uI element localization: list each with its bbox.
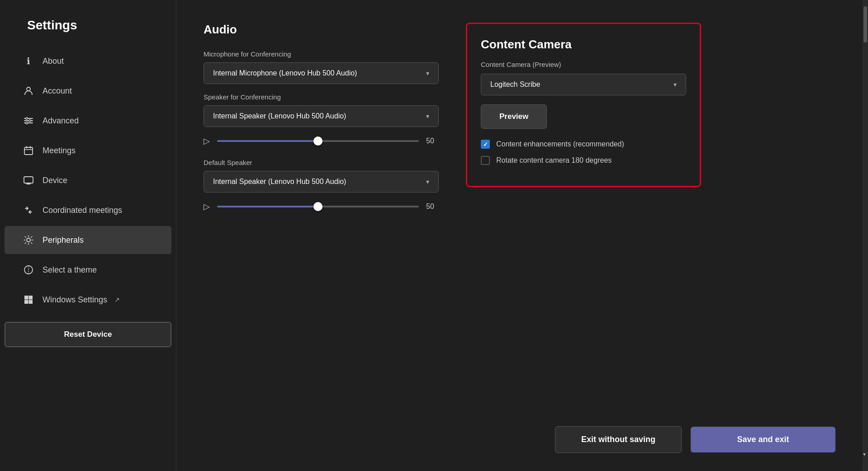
scrollbar-track[interactable]: ▾: [863, 0, 868, 471]
svg-rect-7: [24, 147, 33, 155]
sidebar-label-advanced: Advanced: [43, 116, 79, 126]
sidebar-label-about: About: [43, 57, 64, 66]
speaker-volume-slider[interactable]: [217, 140, 419, 142]
camera-sublabel: Content Camera (Preview): [481, 61, 686, 68]
microphone-value: Internal Microphone (Lenovo Hub 500 Audi…: [213, 69, 357, 77]
scrollbar-down-arrow: ▾: [863, 451, 866, 457]
sidebar-label-account: Account: [43, 86, 72, 96]
speaker-label: Speaker for Conferencing: [204, 93, 439, 101]
svg-point-0: [27, 87, 30, 91]
camera-title: Content Camera: [481, 38, 686, 52]
sidebar-item-meetings[interactable]: Meetings: [5, 137, 171, 165]
svg-rect-18: [29, 300, 33, 304]
default-speaker-volume-slider[interactable]: [217, 206, 419, 207]
peripherals-icon: [23, 234, 34, 246]
default-speaker-dropdown[interactable]: Internal Speaker (Lenovo Hub 500 Audio) …: [204, 171, 439, 193]
app-title: Settings: [0, 18, 176, 46]
svg-point-5: [29, 120, 31, 122]
theme-icon: [23, 264, 34, 276]
speaker-dropdown-arrow: ▾: [426, 113, 429, 120]
speaker-volume-fill: [217, 140, 318, 142]
coordinated-icon: [23, 204, 34, 216]
sidebar-item-about[interactable]: ℹ About: [5, 47, 171, 75]
exit-without-saving-button[interactable]: Exit without saving: [555, 426, 682, 453]
rotate-label: Rotate content camera 180 degrees: [496, 156, 612, 165]
info-icon: ℹ: [23, 55, 34, 67]
speaker-volume-value: 50: [426, 137, 439, 145]
default-speaker-volume-row: ▷ 50: [204, 202, 439, 212]
speaker-play-icon: ▷: [204, 136, 210, 146]
default-speaker-label: Default Speaker: [204, 159, 439, 166]
reset-device-button[interactable]: Reset Device: [5, 322, 171, 347]
bottom-bar: Exit without saving Save and exit: [204, 413, 835, 471]
sidebar-label-meetings: Meetings: [43, 146, 76, 155]
device-icon: [23, 174, 34, 186]
save-and-exit-button[interactable]: Save and exit: [691, 427, 835, 452]
svg-point-4: [26, 118, 28, 119]
account-icon: [23, 85, 34, 97]
preview-button[interactable]: Preview: [481, 104, 547, 129]
speaker-volume-row: ▷ 50: [204, 136, 439, 146]
default-speaker-volume-fill: [217, 206, 318, 207]
svg-rect-15: [24, 296, 28, 300]
svg-point-14: [27, 238, 30, 242]
speaker-value: Internal Speaker (Lenovo Hub 500 Audio): [213, 112, 346, 120]
camera-dropdown-arrow: ▾: [674, 81, 677, 88]
microphone-dropdown[interactable]: Internal Microphone (Lenovo Hub 500 Audi…: [204, 62, 439, 84]
svg-rect-11: [24, 177, 33, 183]
svg-rect-16: [29, 296, 33, 300]
sidebar-label-select-theme: Select a theme: [43, 265, 97, 275]
microphone-dropdown-arrow: ▾: [426, 70, 429, 77]
main-content: Audio Microphone for Conferencing Intern…: [176, 0, 863, 471]
sidebar-label-coordinated: Coordinated meetings: [43, 206, 122, 215]
sidebar-item-advanced[interactable]: Advanced: [5, 107, 171, 135]
sidebar-label-device: Device: [43, 176, 67, 185]
sidebar-item-select-theme[interactable]: Select a theme: [5, 256, 171, 284]
camera-value: Logitech Scribe: [490, 80, 540, 89]
sidebar-item-device[interactable]: Device: [5, 166, 171, 194]
sidebar-item-windows-settings[interactable]: Windows Settings ↗: [5, 286, 171, 314]
sidebar-item-account[interactable]: Account: [5, 77, 171, 105]
svg-point-6: [26, 122, 28, 124]
speaker-volume-thumb[interactable]: [313, 137, 323, 146]
camera-dropdown[interactable]: Logitech Scribe ▾: [481, 74, 686, 95]
sidebar-label-peripherals: Peripherals: [43, 236, 84, 245]
rotate-checkbox-row[interactable]: Rotate content camera 180 degrees: [481, 156, 686, 165]
default-speaker-volume-value: 50: [426, 203, 439, 211]
sidebar-item-coordinated[interactable]: Coordinated meetings: [5, 196, 171, 224]
sidebar: Settings ℹ About Account Advanced: [0, 0, 176, 471]
speaker-dropdown[interactable]: Internal Speaker (Lenovo Hub 500 Audio) …: [204, 105, 439, 127]
rotate-checkbox[interactable]: [481, 156, 490, 165]
windows-icon: [23, 294, 34, 306]
audio-section: Audio Microphone for Conferencing Intern…: [204, 23, 439, 413]
enhancements-label: Content enhancements (recommended): [496, 140, 624, 148]
enhancements-checkbox[interactable]: [481, 140, 490, 149]
content-camera-section: Content Camera Content Camera (Preview) …: [466, 23, 701, 187]
svg-rect-17: [24, 300, 28, 304]
sidebar-label-windows-settings: Windows Settings: [43, 295, 107, 305]
default-speaker-volume-thumb[interactable]: [313, 202, 323, 211]
sidebar-item-peripherals[interactable]: Peripherals: [5, 226, 171, 254]
default-speaker-dropdown-arrow: ▾: [426, 178, 429, 185]
microphone-label: Microphone for Conferencing: [204, 50, 439, 58]
enhancements-checkbox-row[interactable]: Content enhancements (recommended): [481, 140, 686, 149]
external-link-icon: ↗: [114, 296, 120, 303]
meetings-icon: [23, 145, 34, 156]
default-speaker-play-icon: ▷: [204, 202, 210, 212]
content-row: Audio Microphone for Conferencing Intern…: [204, 23, 835, 413]
advanced-icon: [23, 115, 34, 127]
scrollbar-thumb[interactable]: [863, 6, 867, 42]
default-speaker-value: Internal Speaker (Lenovo Hub 500 Audio): [213, 178, 346, 186]
windows-settings-inner: Windows Settings ↗: [43, 295, 120, 305]
audio-title: Audio: [204, 23, 439, 37]
